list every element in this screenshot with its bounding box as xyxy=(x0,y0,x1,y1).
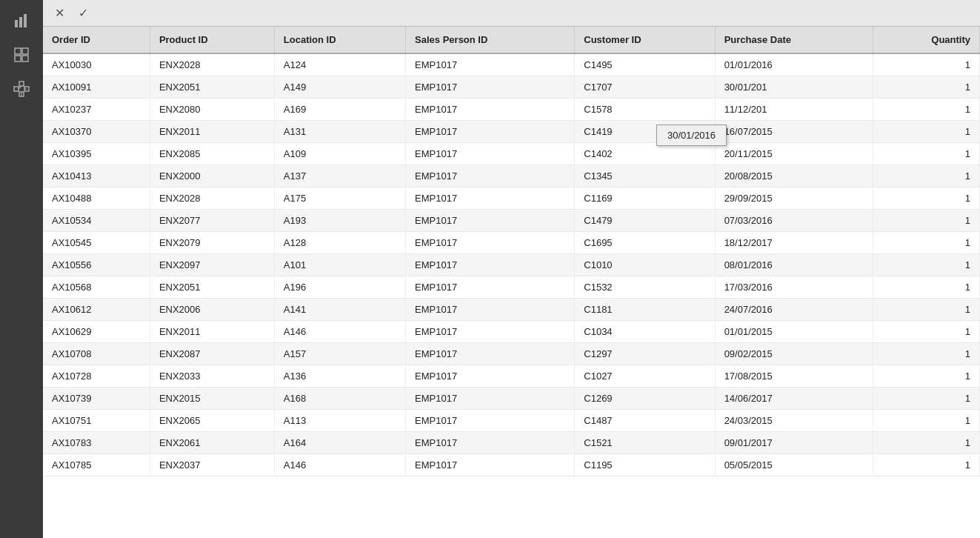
cell-location_id: A124 xyxy=(274,53,405,76)
cell-product_id: ENX2037 xyxy=(150,454,274,476)
table-row[interactable]: AX10545ENX2079A128EMP1017C169518/12/2017… xyxy=(43,232,980,254)
cell-sales_person_id: EMP1017 xyxy=(406,121,575,143)
cell-customer_id: C1269 xyxy=(575,388,715,410)
cell-purchase_date: 09/02/2015 xyxy=(715,343,873,365)
col-header-sales-person-id[interactable]: Sales Person ID xyxy=(406,27,575,53)
col-header-order-id[interactable]: Order ID xyxy=(43,27,150,53)
cell-quantity: 1 xyxy=(873,276,980,299)
cell-customer_id: C1707 xyxy=(575,76,715,99)
cell-sales_person_id: EMP1017 xyxy=(406,210,575,232)
main-area: ✕ ✓ Order ID Product ID Location ID Sale… xyxy=(43,0,980,538)
cell-location_id: A141 xyxy=(274,299,405,321)
table-row[interactable]: AX10728ENX2033A136EMP1017C102717/08/2015… xyxy=(43,365,980,388)
cell-order_id: AX10534 xyxy=(43,210,150,232)
cell-location_id: A109 xyxy=(274,143,405,165)
cell-order_id: AX10751 xyxy=(43,410,150,432)
cell-quantity: 1 xyxy=(873,454,980,476)
cell-product_id: ENX2028 xyxy=(150,53,274,76)
cell-order_id: AX10091 xyxy=(43,76,150,99)
table-row[interactable]: AX10568ENX2051A196EMP1017C153217/03/2016… xyxy=(43,276,980,299)
table-row[interactable]: AX10534ENX2077A193EMP1017C147907/03/2016… xyxy=(43,210,980,232)
cell-product_id: ENX2097 xyxy=(150,254,274,276)
table-row[interactable]: AX10091ENX2051A149EMP1017C170730/01/2011 xyxy=(43,76,980,99)
cell-quantity: 1 xyxy=(873,187,980,210)
cell-order_id: AX10237 xyxy=(43,99,150,121)
cell-purchase_date: 30/01/201 xyxy=(715,76,873,99)
cell-product_id: ENX2065 xyxy=(150,410,274,432)
table-row[interactable]: AX10488ENX2028A175EMP1017C116929/09/2015… xyxy=(43,187,980,210)
table-row[interactable]: AX10783ENX2061A164EMP1017C152109/01/2017… xyxy=(43,432,980,454)
cell-order_id: AX10612 xyxy=(43,299,150,321)
cell-product_id: ENX2015 xyxy=(150,388,274,410)
cell-purchase_date: 29/09/2015 xyxy=(715,187,873,210)
table-row[interactable]: AX10556ENX2097A101EMP1017C101008/01/2016… xyxy=(43,254,980,276)
cell-quantity: 1 xyxy=(873,232,980,254)
cell-order_id: AX10488 xyxy=(43,187,150,210)
sidebar xyxy=(0,0,43,538)
cell-order_id: AX10370 xyxy=(43,121,150,143)
confirm-button[interactable]: ✓ xyxy=(73,3,93,24)
cell-quantity: 1 xyxy=(873,410,980,432)
cell-purchase_date: 20/11/2015 xyxy=(715,143,873,165)
cell-customer_id: C1010 xyxy=(575,254,715,276)
cell-quantity: 1 xyxy=(873,143,980,165)
cell-purchase_date: 05/05/2015 xyxy=(715,454,873,476)
table-row[interactable]: AX10612ENX2006A141EMP1017C118124/07/2016… xyxy=(43,299,980,321)
cell-product_id: ENX2077 xyxy=(150,210,274,232)
cell-location_id: A137 xyxy=(274,165,405,187)
cell-sales_person_id: EMP1017 xyxy=(406,187,575,210)
cell-customer_id: C1034 xyxy=(575,321,715,343)
col-header-location-id[interactable]: Location ID xyxy=(274,27,405,53)
cell-customer_id: C1195 xyxy=(575,454,715,476)
cell-purchase_date: 16/07/2015 xyxy=(715,121,873,143)
diagram-icon[interactable] xyxy=(7,74,36,104)
cell-quantity: 1 xyxy=(873,388,980,410)
cell-customer_id: C1487 xyxy=(575,410,715,432)
table-row[interactable]: AX10370ENX2011A131EMP1017C141916/07/2015… xyxy=(43,121,980,143)
cell-order_id: AX10728 xyxy=(43,365,150,388)
cell-location_id: A196 xyxy=(274,276,405,299)
table-row[interactable]: AX10739ENX2015A168EMP1017C126914/06/2017… xyxy=(43,388,980,410)
cell-order_id: AX10030 xyxy=(43,53,150,76)
cancel-button[interactable]: ✕ xyxy=(49,3,70,24)
cell-sales_person_id: EMP1017 xyxy=(406,343,575,365)
table-row[interactable]: AX10237ENX2080A169EMP1017C157811/12/2011 xyxy=(43,99,980,121)
cell-quantity: 1 xyxy=(873,343,980,365)
cell-sales_person_id: EMP1017 xyxy=(406,165,575,187)
col-header-quantity[interactable]: Quantity xyxy=(873,27,980,53)
cell-product_id: ENX2085 xyxy=(150,143,274,165)
cell-product_id: ENX2011 xyxy=(150,321,274,343)
cell-product_id: ENX2006 xyxy=(150,299,274,321)
grid-table-icon[interactable] xyxy=(7,40,36,70)
table-row[interactable]: AX10629ENX2011A146EMP1017C103401/01/2015… xyxy=(43,321,980,343)
table-row[interactable]: AX10708ENX2087A157EMP1017C129709/02/2015… xyxy=(43,343,980,365)
col-header-customer-id[interactable]: Customer ID xyxy=(575,27,715,53)
cell-quantity: 1 xyxy=(873,121,980,143)
cell-sales_person_id: EMP1017 xyxy=(406,53,575,76)
data-table: Order ID Product ID Location ID Sales Pe… xyxy=(43,27,980,476)
table-row[interactable]: AX10413ENX2000A137EMP1017C134520/08/2015… xyxy=(43,165,980,187)
cell-order_id: AX10629 xyxy=(43,321,150,343)
cell-sales_person_id: EMP1017 xyxy=(406,99,575,121)
col-header-purchase-date[interactable]: Purchase Date xyxy=(715,27,873,53)
cell-product_id: ENX2033 xyxy=(150,365,274,388)
table-row[interactable]: AX10395ENX2085A109EMP1017C140220/11/2015… xyxy=(43,143,980,165)
cell-product_id: ENX2079 xyxy=(150,232,274,254)
cell-purchase_date: 18/12/2017 xyxy=(715,232,873,254)
data-table-container[interactable]: Order ID Product ID Location ID Sales Pe… xyxy=(43,27,980,538)
cell-purchase_date: 24/07/2016 xyxy=(715,299,873,321)
col-header-product-id[interactable]: Product ID xyxy=(150,27,274,53)
table-row[interactable]: AX10751ENX2065A113EMP1017C148724/03/2015… xyxy=(43,410,980,432)
cell-customer_id: C1578 xyxy=(575,99,715,121)
bar-chart-icon[interactable] xyxy=(7,6,36,36)
table-row[interactable]: AX10030ENX2028A124EMP1017C149501/01/2016… xyxy=(43,53,980,76)
cell-product_id: ENX2051 xyxy=(150,76,274,99)
cell-purchase_date: 14/06/2017 xyxy=(715,388,873,410)
cell-customer_id: C1521 xyxy=(575,432,715,454)
cell-quantity: 1 xyxy=(873,76,980,99)
svg-rect-5 xyxy=(15,56,21,62)
cell-location_id: A193 xyxy=(274,210,405,232)
cell-location_id: A175 xyxy=(274,187,405,210)
table-row[interactable]: AX10785ENX2037A146EMP1017C119505/05/2015… xyxy=(43,454,980,476)
cell-order_id: AX10785 xyxy=(43,454,150,476)
